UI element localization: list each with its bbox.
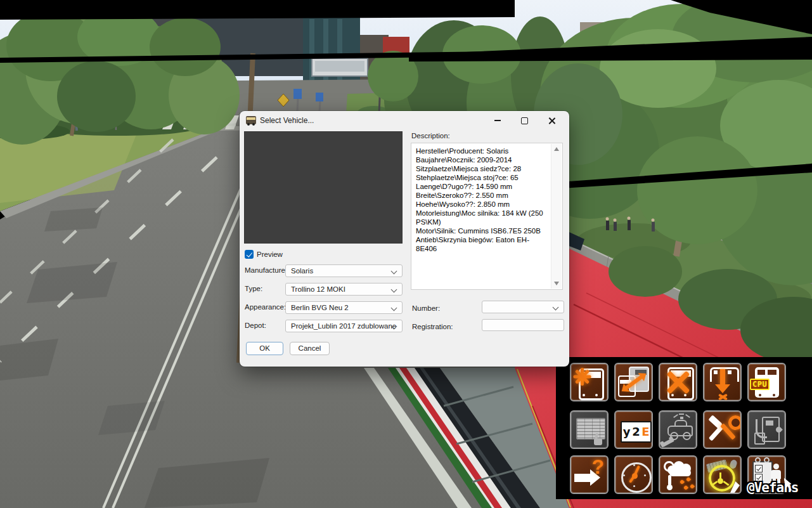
- registration-label: Registration:: [412, 323, 453, 330]
- beacon-icon: [680, 417, 683, 419]
- beacon-ray: [685, 414, 690, 418]
- dialog-title: Select Vehicle...: [260, 116, 314, 125]
- close-button[interactable]: [538, 111, 565, 130]
- maximize-icon: [521, 117, 528, 124]
- person-icon: [773, 464, 779, 469]
- binder-ring: [764, 457, 770, 463]
- manufacturer-select[interactable]: Solaris: [285, 264, 403, 277]
- down-arrow-icon: [720, 369, 725, 386]
- preview-checkbox[interactable]: [245, 250, 254, 259]
- type-label: Type:: [245, 285, 262, 292]
- wrench-icon: [728, 415, 742, 430]
- number-label: Number:: [412, 304, 440, 312]
- refuel-button[interactable]: [747, 410, 786, 449]
- arrow-icon: [574, 474, 590, 482]
- navigation-help-button[interactable]: ?: [570, 455, 609, 494]
- maximize-button[interactable]: [511, 111, 538, 130]
- clock-center: [632, 473, 638, 479]
- bus-lights: [759, 394, 761, 396]
- appearance-select[interactable]: Berlin BVG Neu 2: [285, 301, 403, 314]
- asterisk-icon: [572, 367, 591, 386]
- down-arrow-head: [715, 384, 730, 393]
- roof-hatch: [728, 370, 731, 374]
- clock-tick: [633, 485, 635, 487]
- schedule-sheet-icon: [576, 418, 605, 440]
- cpu-badge: CPU: [750, 379, 770, 390]
- spawn-vehicle-button[interactable]: [570, 363, 609, 401]
- bus-window: [768, 370, 777, 375]
- depot-select[interactable]: Projekt_Lublin 2017 zdublowane: [285, 320, 403, 332]
- clock-tick: [644, 474, 646, 476]
- bus-window: [757, 370, 765, 375]
- vehicle-preview: [244, 131, 403, 244]
- repair-vehicle-button[interactable]: [703, 410, 742, 449]
- scroll-down-icon[interactable]: [554, 282, 559, 285]
- car-wheel: [683, 432, 691, 440]
- description-box[interactable]: Hersteller\Producent: Solaris Baujahre\R…: [411, 143, 563, 290]
- police-car-roof: [674, 420, 687, 427]
- ok-button[interactable]: OK: [246, 342, 283, 355]
- beacon-ray: [673, 414, 678, 418]
- description-scrollbar[interactable]: [551, 144, 562, 289]
- binder-ring: [755, 457, 761, 463]
- beacon-ray: [679, 414, 684, 415]
- checked-box: [755, 465, 763, 472]
- set-vehicle-down-button[interactable]: [703, 363, 742, 401]
- depot-label: Depot:: [245, 322, 266, 329]
- preview-label: Preview: [257, 251, 283, 258]
- change-vehicle-button[interactable]: [614, 363, 653, 401]
- description-label: Description:: [411, 132, 450, 140]
- destination-sign-button[interactable]: y2E: [614, 410, 653, 449]
- game-toolbar: CPU y2E: [556, 357, 812, 499]
- select-vehicle-dialog: Select Vehicle... Preview Manufacturer: …: [240, 111, 569, 367]
- rollsign-icon: y2E: [621, 421, 652, 443]
- cancel-button[interactable]: Cancel: [290, 342, 330, 355]
- question-mark-icon: ?: [591, 455, 604, 479]
- minimize-icon: [494, 120, 501, 121]
- remove-vehicle-button[interactable]: [659, 363, 697, 401]
- registration-input[interactable]: [482, 319, 564, 331]
- timetable-button[interactable]: [570, 410, 609, 449]
- watermark: @Vefans: [747, 480, 799, 495]
- ai-traffic-button[interactable]: CPU: [747, 363, 786, 401]
- emergency-service-button[interactable]: [659, 410, 697, 449]
- clock-tick: [623, 474, 625, 476]
- roof-hatch: [714, 370, 718, 374]
- appearance-label: Appearance:: [245, 303, 286, 311]
- thermometer-bulb: [667, 485, 673, 490]
- rain-drop: [680, 479, 685, 485]
- rain-drop: [686, 477, 691, 482]
- rain-drop: [690, 484, 695, 489]
- type-select[interactable]: Trollino 12 MOKI: [285, 283, 403, 296]
- phone-icon: [662, 438, 674, 447]
- close-icon: [548, 117, 555, 124]
- time-settings-button[interactable]: [614, 455, 653, 494]
- person-torso: [771, 470, 781, 479]
- description-text: Hersteller\Producent: Solaris Baujahre\R…: [416, 147, 548, 287]
- scroll-up-icon[interactable]: [554, 147, 559, 151]
- minimize-button[interactable]: [484, 111, 511, 130]
- dialog-titlebar[interactable]: Select Vehicle...: [240, 111, 569, 130]
- wheel-hub: [718, 478, 723, 484]
- omsi2-game-screen: Select Vehicle... Preview Manufacturer: …: [0, 0, 812, 508]
- rain-drop: [683, 485, 688, 490]
- clock-tick: [633, 464, 635, 466]
- fuel-can: [754, 433, 765, 445]
- number-select[interactable]: [482, 301, 564, 313]
- manufacturer-label: Manufacturer:: [245, 266, 290, 274]
- cloud-base: [669, 469, 691, 476]
- bus-app-icon: [246, 116, 256, 124]
- weather-settings-button[interactable]: [659, 455, 697, 494]
- input-controls-button[interactable]: [703, 455, 742, 494]
